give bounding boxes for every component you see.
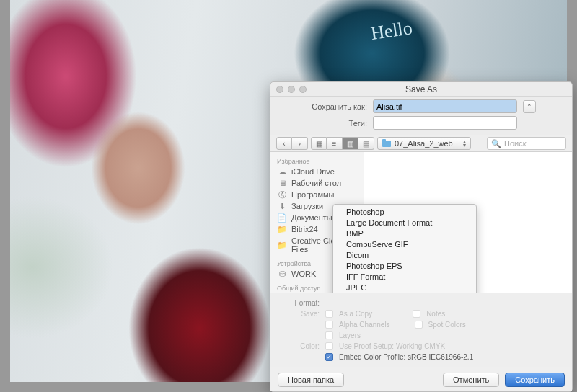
chevron-up-icon: ⌃ bbox=[527, 103, 532, 110]
titlebar: Save As bbox=[270, 82, 572, 97]
save-button[interactable]: Сохранить bbox=[505, 373, 565, 387]
save-options: Format: Save: As a Copy Notes Alpha Chan… bbox=[270, 293, 572, 367]
format-option[interactable]: CompuServe GIF bbox=[333, 239, 476, 250]
folder-icon: 📁 bbox=[277, 241, 287, 249]
list-icon: ≡ bbox=[332, 140, 337, 148]
format-label: Format: bbox=[278, 299, 320, 307]
sidebar-item-label: Загрузки bbox=[291, 202, 323, 210]
as-copy-checkbox[interactable] bbox=[325, 310, 333, 318]
color-label: Color: bbox=[278, 342, 320, 350]
filename-input[interactable] bbox=[373, 99, 517, 113]
sidebar-item[interactable]: ⒶПрограммы bbox=[270, 189, 364, 200]
tags-input[interactable] bbox=[373, 116, 517, 130]
save-as-label: Сохранить как: bbox=[281, 102, 367, 111]
folder-dropdown[interactable]: 07_Alisa_2_web ▴▾ bbox=[377, 137, 471, 150]
updown-icon: ▴▾ bbox=[463, 140, 466, 147]
icon-view-button[interactable]: ▦ bbox=[311, 137, 327, 150]
folder-name: 07_Alisa_2_web bbox=[395, 139, 453, 148]
hat-text: Hello bbox=[369, 17, 413, 45]
browser-toolbar: ‹ › ▦ ≡ ▥ ▤ 07_Alisa_2_web ▴▾ 🔍 Поиск bbox=[270, 135, 572, 152]
downloads-icon: ⬇︎ bbox=[277, 202, 287, 210]
search-placeholder: Поиск bbox=[504, 139, 526, 148]
back-button[interactable]: ‹ bbox=[276, 137, 292, 150]
tags-label: Теги: bbox=[281, 119, 367, 128]
save-label: Save: bbox=[278, 310, 320, 318]
sidebar-item-label: Документы bbox=[291, 213, 332, 222]
list-view-button[interactable]: ≡ bbox=[327, 137, 343, 150]
format-option[interactable]: BMP bbox=[333, 228, 476, 239]
sidebar-item-label: Рабочий стол bbox=[291, 179, 341, 187]
sidebar-item-label: iCloud Drive bbox=[291, 167, 335, 176]
coverflow-view-button[interactable]: ▤ bbox=[358, 137, 374, 150]
drive-icon: ⛁ bbox=[277, 270, 287, 278]
proof-label: Use Proof Setup: Working CMYK bbox=[339, 342, 445, 350]
apps-icon: Ⓐ bbox=[277, 191, 287, 199]
documents-icon: 📄 bbox=[277, 214, 287, 222]
columns-icon: ▥ bbox=[347, 140, 353, 148]
sidebar-item-label: Bitrix24 bbox=[291, 225, 318, 233]
format-option[interactable]: Photoshop EPS bbox=[333, 261, 476, 272]
notes-label: Notes bbox=[426, 310, 445, 318]
save-as-row: Сохранить как: ⌃ bbox=[270, 97, 572, 116]
layers-label: Layers bbox=[339, 331, 361, 339]
tags-row: Теги: bbox=[270, 116, 572, 133]
column-view-button[interactable]: ▥ bbox=[343, 137, 358, 150]
view-seg: ▦ ≡ ▥ ▤ bbox=[311, 137, 374, 150]
spot-checkbox[interactable] bbox=[415, 321, 423, 329]
format-option[interactable]: Large Document Format bbox=[333, 218, 476, 228]
sidebar-item[interactable]: ☁︎iCloud Drive bbox=[270, 166, 364, 177]
search-icon: 🔍 bbox=[491, 139, 501, 148]
nav-seg: ‹ › bbox=[276, 137, 308, 150]
folder-icon: 📁 bbox=[277, 226, 287, 233]
spot-label: Spot Colors bbox=[428, 321, 466, 329]
sidebar-heading-favorites: Избранное bbox=[270, 156, 364, 166]
folder-icon bbox=[382, 141, 391, 147]
embed-profile-label: Embed Color Profile: sRGB IEC61966-2.1 bbox=[339, 353, 473, 361]
desktop-icon: 🖥 bbox=[277, 179, 287, 187]
embed-profile-checkbox[interactable]: ✓ bbox=[325, 353, 333, 361]
layers-checkbox[interactable] bbox=[325, 331, 333, 339]
format-option[interactable]: IFF Format bbox=[333, 272, 476, 282]
alpha-checkbox[interactable] bbox=[325, 321, 333, 329]
search-field[interactable]: 🔍 Поиск bbox=[487, 137, 566, 150]
notes-checkbox[interactable] bbox=[413, 310, 420, 318]
sidebar-item-label: Программы bbox=[291, 190, 334, 199]
chevron-right-icon: › bbox=[299, 140, 301, 148]
cancel-button[interactable]: Отменить bbox=[443, 373, 499, 387]
sidebar-item[interactable]: 🖥Рабочий стол bbox=[270, 177, 364, 189]
chevron-left-icon: ‹ bbox=[283, 140, 285, 148]
window-title: Save As bbox=[270, 84, 572, 94]
save-as-dialog: Save As Сохранить как: ⌃ Теги: ‹ › ▦ ≡ ▥… bbox=[270, 81, 573, 392]
forward-button[interactable]: › bbox=[292, 137, 308, 150]
coverflow-icon: ▤ bbox=[363, 140, 369, 148]
cloud-icon: ☁︎ bbox=[277, 168, 287, 176]
new-folder-button[interactable]: Новая папка bbox=[278, 373, 344, 387]
format-option[interactable]: Dicom bbox=[333, 250, 476, 261]
file-browser: Избранное ☁︎iCloud Drive🖥Рабочий столⒶПр… bbox=[270, 152, 572, 293]
as-copy-label: As a Copy bbox=[339, 310, 372, 318]
sidebar-item-label: WORK bbox=[291, 270, 316, 278]
dialog-footer: Новая папка Отменить Сохранить bbox=[270, 367, 572, 391]
alpha-label: Alpha Channels bbox=[339, 321, 390, 329]
expand-dialog-button[interactable]: ⌃ bbox=[523, 100, 536, 113]
proof-checkbox[interactable] bbox=[325, 342, 333, 350]
grid-icon: ▦ bbox=[316, 140, 322, 148]
format-dropdown-menu[interactable]: PhotoshopLarge Document FormatBMPCompuSe… bbox=[332, 204, 477, 293]
format-option[interactable]: JPEG bbox=[333, 282, 476, 293]
format-option[interactable]: Photoshop bbox=[333, 207, 476, 218]
